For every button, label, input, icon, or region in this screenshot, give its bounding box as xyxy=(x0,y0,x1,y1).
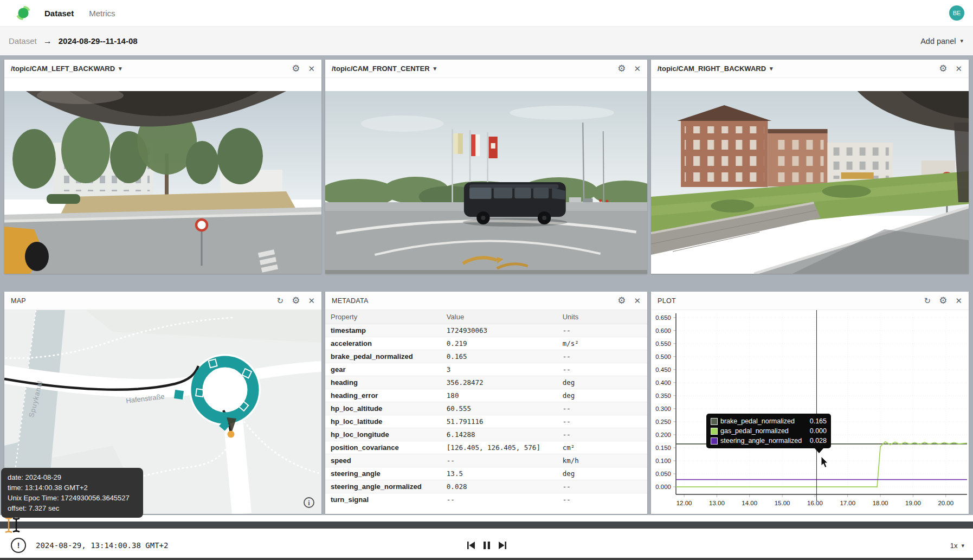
playback-controls-row: ! 2024-08-29, 13:14:00.38 GMT+2 1x ▾ xyxy=(0,532,973,558)
svg-text:0.350: 0.350 xyxy=(655,392,671,399)
camera-image-right-backward xyxy=(651,91,969,274)
breadcrumb-bar: Dataset → 2024-08-29--11-14-08 Add panel… xyxy=(0,27,973,55)
skip-to-start-button[interactable] xyxy=(466,540,476,550)
metadata-row: steering_angle_normalized0.028-- xyxy=(325,480,647,493)
plot-tooltip-entry: steering_angle_normalized0.028 xyxy=(711,436,827,446)
close-icon[interactable]: ✕ xyxy=(308,297,315,305)
plot-tooltip-rows: brake_pedal_normalized0.165gas_pedal_nor… xyxy=(711,416,827,446)
metadata-row: hp_loc_altitude60.555-- xyxy=(325,402,647,415)
col-value: Value xyxy=(441,310,557,324)
skip-to-end-button[interactable] xyxy=(498,540,507,550)
metadata-row: position_covariance[126.405, 126.405, 57… xyxy=(325,441,647,454)
metadata-table-body: timestamp1724930063--acceleration0.219m/… xyxy=(325,324,647,506)
gear-icon[interactable]: ⚙ xyxy=(617,296,626,305)
svg-text:0.600: 0.600 xyxy=(655,327,671,334)
close-icon[interactable]: ✕ xyxy=(955,297,962,305)
breadcrumb-arrow-icon: → xyxy=(43,36,52,46)
svg-text:0.250: 0.250 xyxy=(655,419,671,425)
metadata-row: timestamp1724930063-- xyxy=(325,324,647,337)
pause-button[interactable] xyxy=(482,540,491,550)
panel-header: MAP ↻ ⚙ ✕ xyxy=(4,292,321,310)
breadcrumb-current: 2024-08-29--11-14-08 xyxy=(59,36,138,46)
metadata-row: gear3-- xyxy=(325,363,647,376)
plot-canvas[interactable]: 0.0000.0500.1000.1500.2000.2500.3000.350… xyxy=(651,310,969,514)
col-property: Property xyxy=(325,310,441,324)
caret-down-icon: ▾ xyxy=(960,37,963,44)
svg-text:15.00: 15.00 xyxy=(775,500,790,506)
gear-icon[interactable]: ⚙ xyxy=(617,64,626,73)
metadata-row: acceleration0.219m/s² xyxy=(325,337,647,350)
panel-header: /topic/CAM_RIGHT_BACKWARD ▾ ⚙ ✕ xyxy=(651,60,969,78)
svg-text:0.450: 0.450 xyxy=(655,366,671,373)
add-panel-button[interactable]: Add panel ▾ xyxy=(920,37,963,46)
tab-dataset[interactable]: Dataset xyxy=(44,9,74,18)
camera-image-front-center xyxy=(325,91,647,274)
caret-down-icon: ▾ xyxy=(119,65,122,72)
close-icon[interactable]: ✕ xyxy=(634,297,641,305)
svg-text:14.00: 14.00 xyxy=(742,500,757,506)
refresh-icon[interactable]: ↻ xyxy=(277,297,284,305)
playback-timestamp: 2024-08-29, 13:14:00.38 GMT+2 xyxy=(36,541,168,550)
topic-selector-cam-front[interactable]: /topic/CAM_FRONT_CENTER ▾ xyxy=(332,65,436,73)
playback-speed-select[interactable]: 1x ▾ xyxy=(950,542,964,550)
metadata-row: heading356.28472deg xyxy=(325,376,647,389)
svg-text:0.500: 0.500 xyxy=(655,353,671,360)
alert-icon[interactable]: ! xyxy=(11,538,26,553)
metadata-row: speed--km/h xyxy=(325,454,647,467)
playback-controls xyxy=(466,540,507,550)
close-icon[interactable]: ✕ xyxy=(634,65,641,73)
svg-text:0.100: 0.100 xyxy=(655,458,671,464)
metadata-row: turn_signal---- xyxy=(325,493,647,506)
svg-text:0.150: 0.150 xyxy=(655,445,671,451)
topic-label: /topic/CAM_LEFT_BACKWARD xyxy=(11,65,115,73)
gear-icon[interactable]: ⚙ xyxy=(939,64,947,73)
caret-down-icon: ▾ xyxy=(770,65,773,72)
close-icon[interactable]: ✕ xyxy=(955,65,962,73)
user-avatar[interactable]: BE xyxy=(949,5,964,21)
close-icon[interactable]: ✕ xyxy=(308,65,315,73)
metadata-row: brake_pedal_normalized0.165-- xyxy=(325,350,647,363)
speed-label: 1x xyxy=(950,542,958,550)
gear-icon[interactable]: ⚙ xyxy=(292,64,300,73)
svg-text:18.00: 18.00 xyxy=(873,500,888,506)
panel-plot: PLOT ↻ ⚙ ✕ 0.0000.0500.1000.1500.2000.25… xyxy=(651,292,969,514)
svg-text:0.050: 0.050 xyxy=(655,471,671,477)
topic-selector-cam-left[interactable]: /topic/CAM_LEFT_BACKWARD ▾ xyxy=(11,65,122,73)
caret-down-icon: ▾ xyxy=(961,542,964,549)
plot-tooltip-entry: gas_pedal_normalized0.000 xyxy=(711,426,827,436)
svg-text:0.400: 0.400 xyxy=(655,379,671,386)
window-bottom-edge xyxy=(0,558,973,560)
svg-text:0.650: 0.650 xyxy=(655,314,671,321)
series-swatch-icon xyxy=(711,418,718,425)
app-logo-icon xyxy=(16,6,30,20)
gear-icon[interactable]: ⚙ xyxy=(292,296,300,305)
topic-label: /topic/CAM_RIGHT_BACKWARD xyxy=(658,65,766,73)
gear-icon[interactable]: ⚙ xyxy=(939,296,947,305)
svg-text:0.000: 0.000 xyxy=(655,484,671,490)
camera-image-left-backward xyxy=(4,91,321,274)
panel-cam-left-backward: /topic/CAM_LEFT_BACKWARD ▾ ⚙ ✕ xyxy=(4,60,321,274)
timeline-scrubber[interactable] xyxy=(0,522,973,529)
tooltip-time: time: 13:14:00.38 GMT+2 xyxy=(8,482,137,493)
svg-text:19.00: 19.00 xyxy=(905,500,921,506)
col-units: Units xyxy=(557,310,647,324)
metadata-row: steering_angle13.5deg xyxy=(325,467,647,480)
refresh-icon[interactable]: ↻ xyxy=(924,297,931,305)
panel-title: PLOT xyxy=(658,297,676,305)
metadata-row: heading_error180deg xyxy=(325,389,647,402)
svg-text:0.300: 0.300 xyxy=(655,405,671,412)
breadcrumb-root-link[interactable]: Dataset xyxy=(9,36,37,46)
topic-selector-cam-right[interactable]: /topic/CAM_RIGHT_BACKWARD ▾ xyxy=(658,65,773,73)
series-swatch-icon xyxy=(711,437,718,445)
app-root: Dataset Metrics BE Dataset → 2024-08-29-… xyxy=(0,0,973,560)
metadata-table: Property Value Units timestamp1724930063… xyxy=(325,310,647,506)
panel-title: METADATA xyxy=(332,297,369,305)
panel-header: METADATA ⚙ ✕ xyxy=(325,292,647,310)
svg-text:13.00: 13.00 xyxy=(709,500,725,506)
metadata-row: hp_loc_longitude6.14288-- xyxy=(325,428,647,441)
plot-tooltip-entry: brake_pedal_normalized0.165 xyxy=(711,416,827,426)
map-hover-tooltip: date: 2024-08-29 time: 13:14:00.38 GMT+2… xyxy=(1,468,143,518)
svg-text:17.00: 17.00 xyxy=(840,500,855,506)
main-tabs: Dataset Metrics xyxy=(30,9,115,18)
tab-metrics[interactable]: Metrics xyxy=(89,9,115,18)
